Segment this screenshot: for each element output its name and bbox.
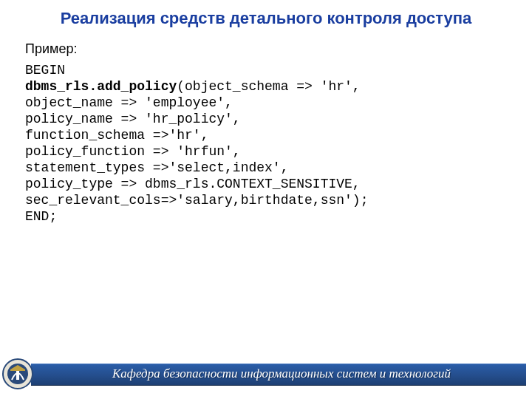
- slide-title: Реализация средств детального контроля д…: [0, 9, 532, 28]
- code-line: object_name => 'employee',: [25, 95, 233, 110]
- code-line: sec_relevant_cols=>'salary,birthdate,ssn…: [25, 193, 368, 208]
- code-line: BEGIN: [25, 63, 65, 78]
- footer-text: Кафедра безопасности информационных сист…: [37, 364, 526, 384]
- university-logo-icon: [1, 358, 34, 390]
- code-line-bold: dbms_rls.add_policy: [25, 79, 177, 94]
- code-line: policy_name => 'hr_policy',: [25, 112, 241, 126]
- code-line: END;: [25, 209, 57, 224]
- code-line: (object_schema => 'hr',: [177, 79, 360, 94]
- code-line: policy_type => dbms_rls.CONTEXT_SENSITIV…: [25, 177, 361, 191]
- code-line: policy_function => 'hrfun',: [25, 144, 241, 159]
- slide: Реализация средств детального контроля д…: [0, 0, 532, 399]
- code-line: statement_types =>'select,index',: [25, 160, 288, 175]
- example-label: Пример:: [25, 41, 77, 57]
- footer: Кафедра безопасности информационных сист…: [0, 358, 532, 390]
- code-line: function_schema =>'hr',: [25, 128, 208, 143]
- code-block: BEGIN dbms_rls.add_policy(object_schema …: [25, 62, 513, 225]
